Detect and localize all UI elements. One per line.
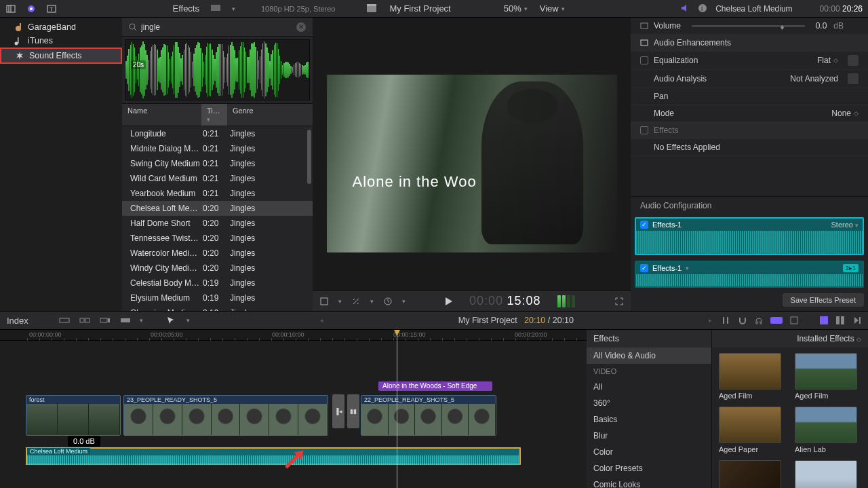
channel-badge: 2▸1 bbox=[843, 264, 859, 272]
fx-category[interactable]: Color Presets bbox=[587, 460, 711, 476]
save-preset-button[interactable]: Save Effects Preset bbox=[783, 293, 864, 307]
col-name[interactable]: Name bbox=[122, 104, 201, 126]
playhead[interactable] bbox=[397, 330, 397, 488]
info-icon[interactable]: i bbox=[698, 3, 709, 14]
track-row[interactable]: Wild Card Medium0:21Jingles bbox=[122, 171, 313, 186]
retime-icon[interactable] bbox=[383, 297, 393, 306]
col-time[interactable]: Ti… ▾ bbox=[201, 104, 227, 126]
video-clip[interactable]: 22_PEOPLE_READY_SHOTS_5 bbox=[361, 395, 496, 436]
reveal-icon[interactable] bbox=[640, 22, 648, 29]
solo-icon[interactable] bbox=[789, 316, 799, 325]
effects-checkbox[interactable] bbox=[640, 126, 648, 134]
prev-edit-icon[interactable]: ▐◂ bbox=[332, 394, 344, 428]
sidebar-item-sound-effects[interactable]: Sound Effects bbox=[0, 48, 122, 64]
folder-icon[interactable] bbox=[210, 3, 221, 14]
audio-clip[interactable]: Chelsea Loft Medium bbox=[26, 447, 521, 465]
effect-item[interactable]: Aged Film bbox=[719, 353, 785, 400]
snapping-icon[interactable] bbox=[738, 316, 747, 325]
effect-item[interactable]: Artifacts bbox=[719, 460, 785, 488]
mode-dropdown[interactable]: None◇ bbox=[831, 109, 859, 118]
fx-category[interactable]: 360° bbox=[587, 395, 711, 411]
col-genre[interactable]: Genre bbox=[227, 104, 313, 126]
video-clip[interactable]: forest bbox=[26, 395, 121, 436]
track-row[interactable]: Gleaming Medium0:19Jingles bbox=[122, 305, 313, 311]
chevron-down-icon[interactable]: ▾ bbox=[686, 265, 689, 271]
viewer-canvas[interactable]: Alone in the Woo bbox=[313, 18, 631, 290]
crop-icon[interactable] bbox=[319, 297, 329, 306]
audio-icon[interactable] bbox=[680, 3, 691, 14]
pause-icon[interactable]: ▮▮ bbox=[347, 394, 359, 428]
component-checkbox[interactable]: ✓ bbox=[640, 221, 648, 229]
chevron-down-icon[interactable]: ▾ bbox=[232, 5, 235, 12]
effect-item[interactable]: Alien Lab bbox=[795, 407, 861, 453]
timeline[interactable]: 00:00:00:0000:00:05:0000:00:10:0000:00:1… bbox=[0, 330, 587, 488]
layout3-icon[interactable] bbox=[852, 316, 861, 325]
fullscreen-icon[interactable] bbox=[614, 297, 624, 306]
track-row[interactable]: Midnite Dialog M…0:21Jingles bbox=[122, 141, 313, 156]
nav-next[interactable]: ▸ bbox=[709, 317, 712, 324]
append-icon[interactable] bbox=[99, 316, 111, 325]
track-row[interactable]: Chelsea Loft Med…0:20Jingles bbox=[122, 201, 313, 216]
fx-category[interactable]: Basics bbox=[587, 411, 711, 428]
zoom-dropdown[interactable]: 50%▾ bbox=[504, 3, 528, 14]
audio-preview[interactable]: 20s bbox=[125, 39, 310, 100]
clapperboard-icon[interactable] bbox=[366, 3, 377, 14]
transition-buttons[interactable]: ▐◂ ▮▮ bbox=[332, 394, 359, 428]
track-row[interactable]: Watercolor Medi…0:20Jingles bbox=[122, 246, 313, 261]
track-row[interactable]: Yearbook Medium0:21Jingles bbox=[122, 186, 313, 201]
clear-search-button[interactable]: ✕ bbox=[296, 22, 306, 32]
track-row[interactable]: Celestial Body M…0:19Jingles bbox=[122, 276, 313, 290]
title-clip[interactable]: Alone in the Woods - Soft Edge bbox=[378, 381, 492, 391]
sidebar-item-itunes[interactable]: iTunes bbox=[0, 34, 122, 48]
overwrite-icon[interactable] bbox=[119, 316, 132, 325]
track-row[interactable]: Longitude0:21Jingles bbox=[122, 126, 313, 141]
analyze-button[interactable] bbox=[848, 73, 859, 84]
eq-label: Equalization bbox=[654, 56, 698, 65]
fx-category[interactable]: All Video & Audio bbox=[587, 348, 711, 364]
fx-category[interactable]: Blur bbox=[587, 428, 711, 444]
audio-waveform bbox=[27, 455, 519, 465]
sidebar-item-garageband[interactable]: GarageBand bbox=[0, 20, 122, 34]
effect-item[interactable]: Aged Paper bbox=[719, 407, 785, 453]
audio-component-2[interactable]: ✓ Effects-1 ▾ 2▸1 bbox=[635, 261, 864, 288]
nav-prev[interactable]: ◂ bbox=[320, 317, 323, 324]
video-clip[interactable]: 23_PEOPLE_READY_SHOTS_5 bbox=[123, 395, 328, 436]
search-input[interactable] bbox=[141, 22, 292, 32]
view-dropdown[interactable]: View▾ bbox=[540, 3, 565, 14]
photos-icon[interactable] bbox=[26, 3, 37, 14]
installed-dropdown[interactable]: Installed Effects ◇ bbox=[712, 330, 868, 348]
track-row[interactable]: Tennessee Twist…0:20Jingles bbox=[122, 231, 313, 246]
effect-item[interactable]: Aged Film bbox=[795, 353, 861, 400]
layout-icon[interactable] bbox=[819, 316, 829, 325]
skimming-icon[interactable] bbox=[770, 317, 783, 324]
layout2-icon[interactable] bbox=[835, 316, 845, 325]
eq-checkbox[interactable] bbox=[640, 56, 648, 64]
titles-icon[interactable]: T bbox=[46, 3, 57, 14]
select-tool-icon[interactable] bbox=[166, 316, 178, 325]
eq-dropdown[interactable]: Flat◇ bbox=[817, 56, 838, 65]
library-icon[interactable] bbox=[5, 3, 16, 14]
play-button[interactable] bbox=[445, 297, 454, 306]
reveal-icon[interactable] bbox=[640, 39, 648, 46]
volume-slider[interactable]: ♦ bbox=[692, 25, 805, 27]
enhance-icon[interactable] bbox=[351, 297, 361, 306]
track-row[interactable]: Windy City Mediu…0:20Jingles bbox=[122, 261, 313, 276]
headphones-icon[interactable] bbox=[754, 316, 764, 325]
fx-category[interactable]: Color bbox=[587, 444, 711, 460]
connect-icon[interactable] bbox=[58, 316, 71, 325]
fx-category[interactable]: Comic Looks bbox=[587, 476, 711, 488]
scrollbar[interactable] bbox=[307, 130, 311, 184]
insert-icon[interactable] bbox=[79, 316, 91, 325]
effect-item[interactable]: Artificial Light bbox=[795, 460, 861, 488]
track-row[interactable]: Elysium Medium0:19Jingles bbox=[122, 290, 313, 305]
tool-icon[interactable] bbox=[720, 316, 731, 325]
track-row[interactable]: Half Dome Short0:20Jingles bbox=[122, 216, 313, 231]
eq-editor-icon[interactable] bbox=[848, 55, 859, 66]
index-button[interactable]: Index bbox=[7, 316, 28, 326]
track-row[interactable]: Swing City Medium0:21Jingles bbox=[122, 156, 313, 171]
time-ruler[interactable]: 00:00:00:0000:00:05:0000:00:10:0000:00:1… bbox=[0, 330, 587, 341]
audio-component-1[interactable]: ✓ Effects-1 Stereo ▾ bbox=[635, 217, 864, 255]
fx-category[interactable]: All bbox=[587, 379, 711, 395]
component-checkbox[interactable]: ✓ bbox=[640, 264, 648, 272]
channel-dropdown[interactable]: Stereo ▾ bbox=[831, 221, 859, 229]
